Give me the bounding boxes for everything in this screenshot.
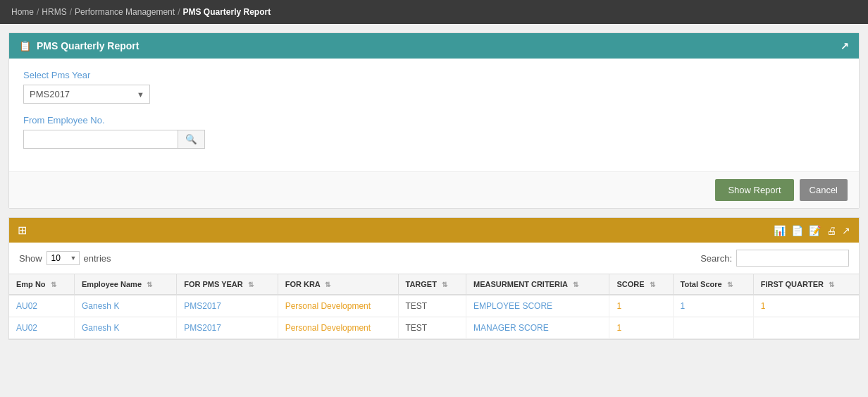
col-score[interactable]: SCORE ⇅ xyxy=(609,274,673,295)
kra-link[interactable]: Personal Development xyxy=(285,323,371,333)
col-employee-name[interactable]: Employee Name ⇅ xyxy=(75,274,177,295)
employee-no-input-group: 🔍 xyxy=(23,130,845,149)
col-emp-no-label: Emp No xyxy=(16,280,46,288)
pms-year-select[interactable]: PMS2017 PMS2016 PMS2015 xyxy=(23,85,150,104)
expand-icon[interactable]: ↗ xyxy=(841,40,849,51)
breadcrumb-current: PMS Quarterly Report xyxy=(182,7,271,17)
entries-label: entries xyxy=(84,253,111,264)
measurement-link[interactable]: MANAGER SCORE xyxy=(473,323,549,333)
score-link[interactable]: 1 xyxy=(616,301,621,311)
table-search-input[interactable] xyxy=(736,250,849,267)
pms-year-group: Select Pms Year PMS2017 PMS2016 PMS2015 … xyxy=(23,70,845,104)
cell-first-quarter: 1 xyxy=(753,295,859,317)
table-card: ⊞ 📊 📄 📝 🖨 ↗ Show 10 25 50 100 ▼ entries xyxy=(8,217,860,340)
table-head: Emp No ⇅ Employee Name ⇅ FOR PMS YEAR ⇅ … xyxy=(9,274,859,295)
col-kra-sort: ⇅ xyxy=(325,281,330,288)
cell-employee-name: Ganesh K xyxy=(75,317,177,339)
col-emp-no[interactable]: Emp No ⇅ xyxy=(9,274,75,295)
col-employee-name-sort: ⇅ xyxy=(147,281,152,288)
emp-no-link[interactable]: AU02 xyxy=(16,301,37,311)
cell-total-score: 1 xyxy=(673,295,753,317)
grid-icon: ⊞ xyxy=(18,224,27,237)
pms-year-link[interactable]: PMS2017 xyxy=(184,323,221,333)
employee-no-input[interactable] xyxy=(23,130,178,149)
cell-target: TEST xyxy=(398,317,466,339)
report-header-icon: 📋 xyxy=(19,40,31,51)
table-expand-icon[interactable]: ↗ xyxy=(842,225,850,236)
col-target-label: TARGET xyxy=(406,280,437,288)
first-quarter-link[interactable]: 1 xyxy=(761,301,766,311)
kra-link[interactable]: Personal Development xyxy=(285,301,371,311)
cell-pms-year: PMS2017 xyxy=(177,295,278,317)
header-left: 📋 PMS Quarterly Report xyxy=(19,40,139,51)
employee-search-button[interactable]: 🔍 xyxy=(178,130,205,149)
col-score-sort: ⇅ xyxy=(650,281,655,288)
export-excel-icon[interactable]: 📊 xyxy=(774,225,786,236)
data-table: Emp No ⇅ Employee Name ⇅ FOR PMS YEAR ⇅ … xyxy=(9,274,859,339)
cancel-button[interactable]: Cancel xyxy=(800,179,848,201)
employee-no-label: From Employee No. xyxy=(23,115,845,126)
report-card-footer: Show Report Cancel xyxy=(9,171,859,208)
emp-no-link[interactable]: AU02 xyxy=(16,323,37,333)
show-report-button[interactable]: Show Report xyxy=(715,179,793,201)
col-measurement[interactable]: MEASURMENT CRITERIA ⇅ xyxy=(466,274,609,295)
show-entries-area: Show 10 25 50 100 ▼ entries xyxy=(19,251,111,265)
pms-year-link[interactable]: PMS2017 xyxy=(184,301,221,311)
breadcrumb: Home / HRMS / Performance Management / P… xyxy=(0,0,868,24)
col-total-score-sort: ⇅ xyxy=(727,281,733,288)
print-icon[interactable]: 🖨 xyxy=(826,225,836,236)
report-card-body: Select Pms Year PMS2017 PMS2016 PMS2015 … xyxy=(9,59,859,171)
table-card-header: ⊞ 📊 📄 📝 🖨 ↗ xyxy=(9,218,859,243)
cell-pms-year: PMS2017 xyxy=(177,317,278,339)
datatable-controls: Show 10 25 50 100 ▼ entries Search: xyxy=(9,243,859,274)
report-card: 📋 PMS Quarterly Report ↗ Select Pms Year… xyxy=(8,32,860,209)
breadcrumb-perf[interactable]: Performance Management xyxy=(75,7,175,17)
pms-year-label: Select Pms Year xyxy=(23,70,845,80)
col-target[interactable]: TARGET ⇅ xyxy=(398,274,466,295)
cell-emp-no: AU02 xyxy=(9,317,75,339)
cell-kra: Personal Development xyxy=(278,317,398,339)
table-row: AU02 Ganesh K PMS2017 Personal Developme… xyxy=(9,317,859,339)
measurement-link[interactable]: EMPLOYEE SCORE xyxy=(473,301,552,311)
table-header-row: Emp No ⇅ Employee Name ⇅ FOR PMS YEAR ⇅ … xyxy=(9,274,859,295)
col-total-score[interactable]: Total Score ⇅ xyxy=(673,274,753,295)
col-pms-year-sort: ⇅ xyxy=(248,281,254,288)
breadcrumb-sep-1: / xyxy=(37,7,39,17)
breadcrumb-hrms[interactable]: HRMS xyxy=(42,7,66,17)
cell-score: 1 xyxy=(609,317,673,339)
col-measurement-sort: ⇅ xyxy=(573,281,578,288)
col-measurement-label: MEASURMENT CRITERIA xyxy=(473,280,567,288)
show-label: Show xyxy=(19,253,42,264)
score-link[interactable]: 1 xyxy=(616,323,621,333)
cell-target: TEST xyxy=(398,295,466,317)
cell-measurement: MANAGER SCORE xyxy=(466,317,609,339)
col-first-quarter[interactable]: FIRST QUARTER ⇅ xyxy=(753,274,859,295)
breadcrumb-sep-2: / xyxy=(70,7,72,17)
table-header-actions: 📊 📄 📝 🖨 ↗ xyxy=(774,225,850,236)
table-body: AU02 Ganesh K PMS2017 Personal Developme… xyxy=(9,295,859,339)
cell-emp-no: AU02 xyxy=(9,295,75,317)
cell-first-quarter xyxy=(753,317,859,339)
cell-employee-name: Ganesh K xyxy=(75,295,177,317)
employee-name-link[interactable]: Ganesh K xyxy=(82,301,119,311)
employee-name-link[interactable]: Ganesh K xyxy=(82,323,119,333)
total-score-link[interactable]: 1 xyxy=(681,301,686,311)
report-card-title: PMS Quarterly Report xyxy=(37,40,139,51)
col-emp-no-sort: ⇅ xyxy=(51,281,56,288)
col-kra[interactable]: FOR KRA ⇅ xyxy=(278,274,398,295)
col-pms-year[interactable]: FOR PMS YEAR ⇅ xyxy=(177,274,278,295)
entries-select[interactable]: 10 25 50 100 xyxy=(46,251,80,265)
breadcrumb-home[interactable]: Home xyxy=(11,7,34,17)
export-pdf-icon[interactable]: 📝 xyxy=(809,225,821,236)
table-row: AU02 Ganesh K PMS2017 Personal Developme… xyxy=(9,295,859,317)
col-first-quarter-sort: ⇅ xyxy=(829,281,834,288)
col-total-score-label: Total Score xyxy=(681,280,722,288)
cell-total-score xyxy=(673,317,753,339)
export-csv-icon[interactable]: 📄 xyxy=(791,225,803,236)
cell-kra: Personal Development xyxy=(278,295,398,317)
col-target-sort: ⇅ xyxy=(442,281,447,288)
breadcrumb-sep-3: / xyxy=(178,7,180,17)
search-label: Search: xyxy=(700,253,732,264)
col-first-quarter-label: FIRST QUARTER xyxy=(761,280,824,288)
cell-score: 1 xyxy=(609,295,673,317)
